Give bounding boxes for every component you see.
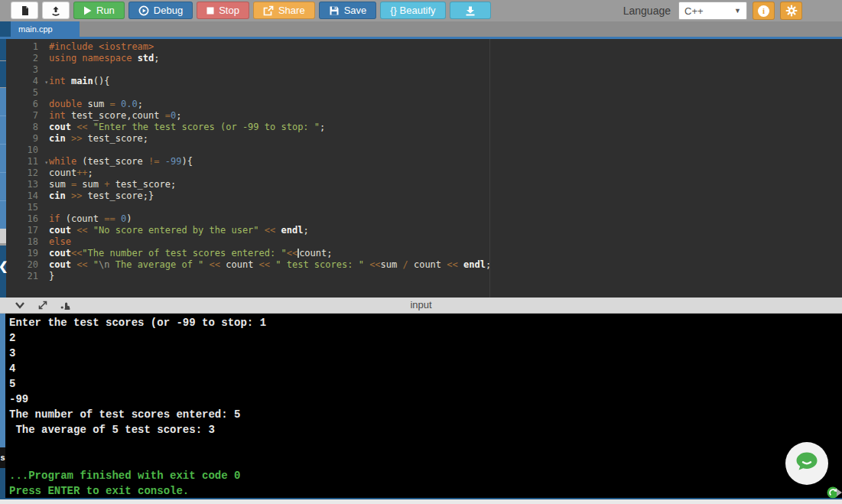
editor-code[interactable]: #include <iostream>using namespace std; …	[49, 41, 842, 298]
toolbar: Run Debug Stop Share	[0, 0, 842, 21]
code-line: int main(){	[49, 76, 842, 87]
console-line: The number of test scores entered: 5	[9, 407, 842, 422]
chevron-left-icon: ❮	[0, 259, 8, 273]
tab-label: main.cpp	[18, 24, 53, 34]
save-button[interactable]: Save	[319, 2, 377, 19]
console-line: -99	[9, 392, 842, 407]
line-number[interactable]: 14	[6, 190, 49, 202]
sidebar-strip-segment	[0, 314, 5, 447]
toolbar-left-group: Run Debug Stop Share	[11, 2, 491, 19]
language-select[interactable]: C++ ▼	[678, 2, 747, 20]
code-line: if (count == 0)	[49, 213, 842, 225]
line-number[interactable]: 10	[6, 145, 49, 156]
beautify-button[interactable]: {} Beautify	[380, 2, 445, 19]
line-number[interactable]: 9	[6, 133, 49, 145]
debug-button-label: Debug	[154, 5, 183, 16]
sidebar-collapse-handle[interactable]: ❮	[0, 245, 6, 298]
line-number[interactable]: 6	[6, 99, 49, 110]
code-line	[49, 202, 842, 213]
sidebar-strip-segment	[0, 39, 6, 60]
settings-button[interactable]	[780, 2, 802, 20]
code-editor[interactable]: 1234▾567891011▾12131415161718192021 #inc…	[6, 39, 842, 298]
line-number[interactable]: 12	[6, 167, 49, 179]
stop-button[interactable]: Stop	[197, 2, 249, 19]
stop-icon	[206, 7, 214, 15]
code-line: }	[49, 271, 842, 282]
code-line	[49, 87, 842, 99]
line-number[interactable]: 2	[6, 53, 49, 64]
code-line: using namespace std;	[49, 53, 842, 64]
fold-caret-icon[interactable]: ▾	[44, 76, 48, 88]
line-number[interactable]: 8	[6, 122, 49, 133]
line-number[interactable]: 21	[6, 271, 49, 282]
code-line: sum = sum + test_score;	[49, 179, 842, 190]
code-line	[49, 145, 842, 156]
share-button[interactable]: Share	[253, 2, 315, 19]
line-number[interactable]: 15	[6, 202, 49, 213]
line-number[interactable]: 4▾	[6, 76, 49, 87]
code-line: else	[49, 236, 842, 248]
save-button-label: Save	[344, 5, 367, 16]
sidebar-strip-segment	[0, 88, 6, 229]
debug-button[interactable]: Debug	[128, 2, 193, 19]
share-button-label: Share	[278, 5, 305, 16]
code-line: cin >> test_score;	[49, 133, 842, 145]
run-button[interactable]: Run	[73, 2, 125, 19]
code-line: while (test_score != -99){	[49, 156, 842, 167]
line-number[interactable]: 18	[6, 236, 49, 248]
line-number[interactable]: 13	[6, 179, 49, 190]
fold-caret-icon[interactable]: ▾	[44, 157, 48, 168]
sidebar-top-block	[0, 21, 11, 37]
play-icon	[83, 6, 92, 15]
line-number[interactable]: 19	[6, 248, 49, 259]
console-output[interactable]: Enter the test scores (or -99 to stop: 1…	[0, 314, 842, 498]
sidebar-strip-segment	[0, 229, 6, 243]
code-line: cout << "\n The average of " << count <<…	[49, 259, 842, 271]
code-line	[49, 64, 842, 76]
new-file-button[interactable]	[11, 2, 38, 19]
console-line: Enter the test scores (or -99 to stop: 1	[9, 315, 842, 330]
code-line: double sum = 0.0;	[49, 99, 842, 110]
toolbar-right-group: Language C++ ▼ i	[623, 2, 802, 20]
stop-button-label: Stop	[219, 5, 239, 16]
console-line: 4	[9, 361, 842, 376]
line-number[interactable]: 7	[6, 110, 49, 122]
console-line: ...Program finished with exit code 0	[9, 468, 842, 483]
console-line	[9, 453, 842, 468]
code-line: count++;	[49, 167, 842, 179]
gear-icon	[785, 5, 798, 17]
console-line: 5	[9, 376, 842, 392]
line-number[interactable]: 16	[6, 213, 49, 225]
console-line: 3	[9, 346, 842, 361]
tab-main-cpp[interactable]: main.cpp	[11, 21, 80, 37]
upload-button[interactable]	[42, 2, 70, 19]
code-line: cout << "Enter the test scores (or -99 t…	[49, 122, 842, 133]
line-number[interactable]: 1	[6, 41, 49, 53]
line-number[interactable]: 3	[6, 64, 49, 76]
line-number[interactable]: 11▾	[6, 156, 49, 167]
sidebar-strip-segment	[0, 468, 5, 498]
tab-bar	[0, 21, 842, 37]
code-line: #include <iostream>	[49, 41, 842, 53]
run-button-label: Run	[96, 5, 115, 16]
code-line: cout << "No score entered by the user" <…	[49, 225, 842, 236]
debug-icon	[138, 5, 149, 16]
beautify-button-label: {} Beautify	[390, 5, 435, 16]
download-icon	[465, 5, 476, 16]
line-number[interactable]: 20	[6, 259, 49, 271]
line-number[interactable]: 17	[6, 225, 49, 236]
info-button[interactable]: i	[753, 2, 775, 20]
code-line: int test_score,count =0;	[49, 110, 842, 122]
line-number[interactable]: 5	[6, 87, 49, 99]
console-panel-title: input	[0, 298, 842, 314]
info-icon: i	[758, 5, 769, 17]
console-line: The average of 5 test scores: 3	[9, 422, 842, 437]
console-line	[9, 437, 842, 453]
chat-widget-button[interactable]	[785, 442, 828, 485]
download-button[interactable]	[450, 2, 491, 19]
upload-icon	[50, 5, 61, 16]
chat-bubble-icon	[794, 449, 820, 478]
language-label: Language	[623, 5, 671, 17]
code-line: cin >> test_score;}	[49, 190, 842, 202]
console-header: input	[0, 298, 842, 314]
